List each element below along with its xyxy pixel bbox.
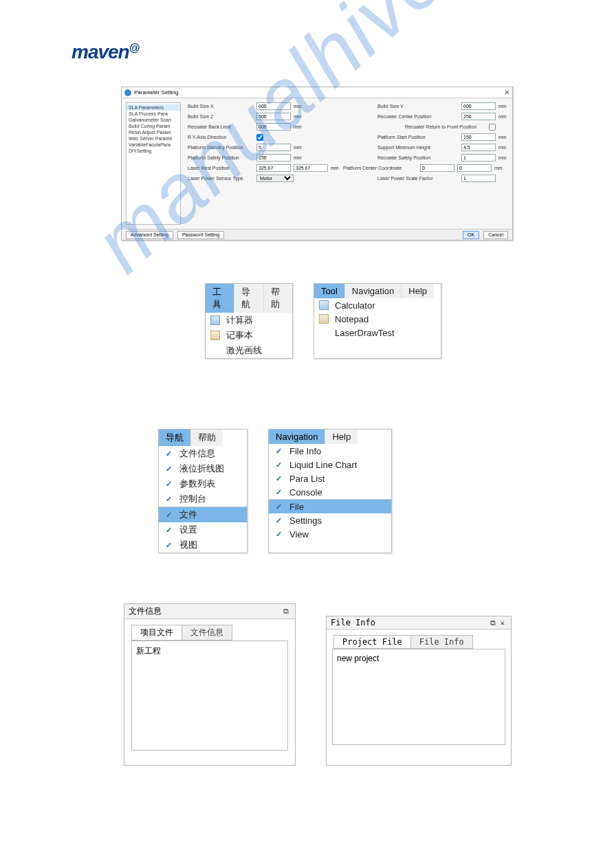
dialog-icon bbox=[124, 89, 131, 96]
menu-item-liquidline[interactable]: ✓液位折线图 bbox=[159, 461, 247, 476]
logo-text: maven bbox=[72, 41, 129, 63]
menu-item-console[interactable]: ✓Console bbox=[269, 485, 391, 499]
ok-button[interactable]: OK bbox=[463, 231, 479, 239]
check-icon: ✓ bbox=[273, 528, 284, 539]
unit-label: mm bbox=[498, 135, 508, 140]
build-size-y-input[interactable] bbox=[461, 102, 496, 110]
sidebar-item[interactable]: Build Curing Param bbox=[127, 123, 180, 129]
close-icon[interactable]: ✕ bbox=[498, 619, 507, 627]
field-label: Laser Rest Position bbox=[188, 166, 254, 170]
platform-center-y-input[interactable] bbox=[457, 164, 492, 172]
cancel-button[interactable]: Cancel bbox=[483, 231, 508, 239]
sidebar-item[interactable]: SLA Process Para bbox=[127, 111, 180, 117]
menubar-item-help[interactable]: Help bbox=[325, 430, 358, 444]
dock-icon[interactable]: ⧉ bbox=[488, 619, 498, 627]
dialog-form: Build Size X mm Build Size Y mm Build Si… bbox=[185, 98, 512, 229]
platform-standby-input[interactable] bbox=[256, 144, 291, 151]
menu-item-settings[interactable]: ✓设置 bbox=[159, 522, 247, 537]
platform-center-x-input[interactable] bbox=[420, 164, 454, 172]
menu-item-console[interactable]: ✓控制台 bbox=[159, 491, 247, 507]
menubar-item-nav[interactable]: 导航 bbox=[234, 284, 263, 313]
sidebar-item[interactable]: DIYSetting bbox=[127, 148, 180, 154]
menu-item-fileinfo[interactable]: ✓File Info bbox=[269, 444, 391, 458]
tab-file-info[interactable]: 文件信息 bbox=[182, 625, 232, 641]
laser-rest-x-input[interactable] bbox=[256, 164, 291, 172]
unit-label: mm bbox=[498, 114, 508, 119]
menu-item-laserdraw[interactable]: LaserDrawTest bbox=[314, 326, 441, 340]
menu-item-notepad[interactable]: Notepad bbox=[314, 312, 441, 326]
recoater-center-input[interactable] bbox=[461, 113, 496, 120]
menu-item-settings[interactable]: ✓Settings bbox=[269, 513, 391, 527]
menu-item-calculator[interactable]: 计算器 bbox=[206, 313, 292, 328]
sidebar-item[interactable]: Resin Adjust Param bbox=[127, 129, 180, 135]
menu-item-fileinfo[interactable]: ✓文件信息 bbox=[159, 446, 247, 461]
laser-scale-input[interactable] bbox=[461, 175, 496, 182]
check-icon: ✓ bbox=[273, 459, 284, 470]
recoater-back-input[interactable] bbox=[256, 123, 291, 131]
menu-item-view[interactable]: ✓视图 bbox=[159, 537, 247, 553]
build-size-x-input[interactable] bbox=[256, 102, 291, 110]
sidebar-item[interactable]: VariableFaculaPara bbox=[127, 142, 180, 148]
menubar-item-tool[interactable]: Tool bbox=[314, 284, 345, 298]
tab-project-file[interactable]: 项目文件 bbox=[131, 625, 182, 641]
menu-item-laserdraw[interactable]: 激光画线 bbox=[206, 343, 292, 358]
field-label: Recoater Return to Front Position bbox=[405, 124, 486, 129]
laser-sensor-type-select[interactable]: Motor bbox=[256, 175, 294, 182]
r-yaxis-checkbox[interactable] bbox=[256, 134, 263, 141]
recoater-safety-input[interactable] bbox=[461, 154, 496, 162]
close-icon[interactable]: ✕ bbox=[504, 89, 509, 96]
logo-suffix: @ bbox=[129, 42, 140, 54]
tab-file-info[interactable]: File Info bbox=[410, 635, 473, 649]
menubar-item-nav[interactable]: 导航 bbox=[159, 430, 191, 446]
support-min-input[interactable] bbox=[461, 144, 496, 151]
menu-item-liquidline[interactable]: ✓Liquid Line Chart bbox=[269, 458, 391, 471]
menu-item-notepad[interactable]: 记事本 bbox=[206, 328, 292, 343]
panel-content: new project bbox=[332, 649, 505, 745]
tool-menu-en: Tool Navigation Help Calculator Notepad … bbox=[314, 283, 441, 359]
content-text: 新工程 bbox=[136, 646, 161, 656]
menubar-item-help[interactable]: 帮助 bbox=[191, 430, 223, 446]
dialog-title: Parameter Setting bbox=[134, 89, 178, 96]
field-label: Support Minimum Height bbox=[377, 145, 459, 150]
menu-item-paralist[interactable]: ✓Para List bbox=[269, 471, 391, 485]
recoater-return-checkbox[interactable] bbox=[489, 124, 496, 131]
tab-project-file[interactable]: Project File bbox=[333, 635, 411, 649]
dialog-sidebar: SLA Parameters SLA Process Para Galvanom… bbox=[126, 102, 181, 225]
field-label: R Y-Axis-Direction bbox=[188, 135, 254, 140]
sidebar-item[interactable]: Galvanometer Scan bbox=[127, 117, 180, 123]
field-label: Recoater Back Limit bbox=[188, 124, 254, 129]
field-label: Build Size Y bbox=[377, 104, 459, 109]
unit-label: mm bbox=[294, 104, 303, 109]
menu-item-calculator[interactable]: Calculator bbox=[314, 298, 441, 312]
menubar-item-nav[interactable]: Navigation bbox=[269, 430, 325, 444]
check-icon: ✓ bbox=[163, 448, 174, 459]
field-label: Laser Power Sensor Type bbox=[188, 176, 254, 181]
field-label: Platform Start Position bbox=[377, 135, 459, 140]
panel-title: 文件信息 bbox=[129, 605, 162, 617]
sidebar-item[interactable]: SLA Parameters bbox=[127, 104, 180, 111]
platform-start-input[interactable] bbox=[461, 133, 496, 141]
menubar-item-nav[interactable]: Navigation bbox=[345, 284, 402, 298]
sidebar-item[interactable]: Web Server Parame bbox=[127, 135, 180, 142]
unit-label: mm bbox=[294, 155, 303, 160]
menu-item-paralist[interactable]: ✓参数列表 bbox=[159, 476, 247, 491]
advanced-setting-button[interactable]: Advanced Setting bbox=[126, 231, 173, 239]
field-label: Platform Safety Position bbox=[188, 155, 254, 160]
menubar-item-help[interactable]: Help bbox=[402, 284, 434, 298]
menu-item-file[interactable]: ✓File bbox=[269, 500, 391, 513]
dock-icon[interactable]: ⧉ bbox=[281, 607, 291, 616]
build-size-z-input[interactable] bbox=[256, 113, 291, 120]
notepad-icon bbox=[318, 313, 329, 324]
platform-safety-input[interactable] bbox=[256, 154, 291, 162]
check-icon: ✓ bbox=[273, 473, 284, 484]
laser-rest-y-input[interactable] bbox=[294, 164, 328, 172]
menubar-item-help[interactable]: 帮助 bbox=[264, 284, 292, 313]
menu-item-view[interactable]: ✓View bbox=[269, 527, 391, 541]
menu-item-file[interactable]: ✓文件 bbox=[159, 507, 247, 522]
check-icon: ✓ bbox=[163, 539, 174, 550]
dialog-titlebar: Parameter Setting ✕ bbox=[122, 87, 512, 98]
menubar-item-tool[interactable]: 工具 bbox=[206, 284, 234, 313]
check-icon: ✓ bbox=[163, 509, 174, 520]
calculator-icon bbox=[210, 315, 221, 326]
password-setting-button[interactable]: Password Setting bbox=[177, 231, 224, 239]
